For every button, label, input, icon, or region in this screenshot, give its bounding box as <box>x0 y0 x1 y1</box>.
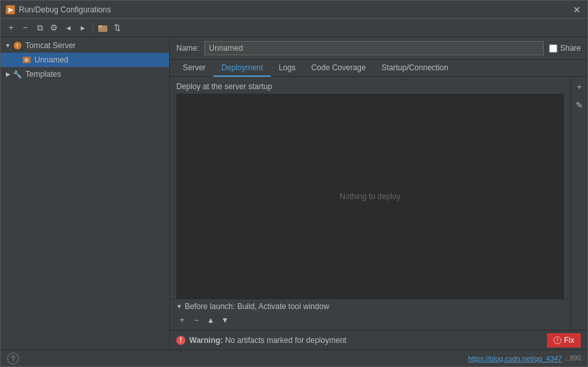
sort-button[interactable]: ⇅ <box>111 21 124 34</box>
unnamed-config-label: Unnamed <box>34 55 68 64</box>
config-icon: ⚙ <box>21 55 32 65</box>
csdn-url[interactable]: https://blog.csdn.net/qq_4347 <box>468 355 562 362</box>
bottom-bar: ? https://blog.csdn.net/qq_4347 ...890 <box>1 349 587 366</box>
warning-bold-text: Warning: <box>189 336 223 345</box>
before-launch-header: ▼ Before launch: Build, Activate tool wi… <box>176 302 564 311</box>
sidebar-item-templates[interactable]: ▶ 🔧 Templates <box>1 67 169 81</box>
templates-label: Templates <box>25 70 61 79</box>
before-launch-up-btn[interactable]: ▲ <box>205 314 217 326</box>
fix-icon: ! <box>554 336 561 344</box>
before-launch-toolbar: + − ▲ ▼ <box>176 313 564 327</box>
svg-text:T: T <box>16 43 19 49</box>
share-label: Share <box>560 44 581 53</box>
svg-text:⚙: ⚙ <box>24 57 29 63</box>
tab-deployment[interactable]: Deployment <box>213 60 271 77</box>
name-row: Name: Share <box>170 37 587 60</box>
name-input[interactable] <box>204 41 544 55</box>
copy-config-button[interactable]: ⧉ <box>33 21 46 34</box>
close-button[interactable]: ✕ <box>572 5 582 15</box>
before-launch-remove-btn[interactable]: − <box>191 314 202 326</box>
add-config-button[interactable]: + <box>5 21 18 34</box>
tree-leaf-spacer <box>12 55 21 64</box>
run-debug-dialog: ▶ Run/Debug Configurations ✕ + − ⧉ ⚙ ◂ ▸… <box>0 0 588 367</box>
tab-startup-connection[interactable]: Startup/Connection <box>373 60 456 77</box>
before-launch-arrow[interactable]: ▼ <box>176 303 182 310</box>
warning-detail-text: No artifacts marked for deployment <box>225 336 347 345</box>
toolbar: + − ⧉ ⚙ ◂ ▸ ⇅ <box>1 19 587 37</box>
fix-button[interactable]: ! Fix <box>547 333 581 347</box>
tab-logs[interactable]: Logs <box>271 60 303 77</box>
fix-label: Fix <box>564 336 574 345</box>
title-bar: ▶ Run/Debug Configurations ✕ <box>1 1 587 19</box>
warning-icon: ! <box>176 336 185 345</box>
main-content: ▼ T Tomcat Server ⚙ Unn <box>1 37 587 349</box>
share-checkbox[interactable] <box>549 44 557 53</box>
sidebar-item-unnamed[interactable]: ⚙ Unnamed <box>1 53 169 67</box>
sidebar: ▼ T Tomcat Server ⚙ Unn <box>1 37 170 349</box>
svg-rect-1 <box>98 25 102 27</box>
help-button[interactable]: ? <box>7 353 19 364</box>
before-launch-label: Before launch: Build, Activate tool wind… <box>185 302 329 311</box>
warning-text: Warning: No artifacts marked for deploym… <box>189 336 543 345</box>
window-icon: ▶ <box>6 5 15 14</box>
settings-button[interactable]: ⚙ <box>47 21 60 34</box>
side-action-bar: + ✎ <box>570 77 587 330</box>
csdn-watermark: ...890 <box>565 355 581 362</box>
folder-button[interactable] <box>96 21 109 34</box>
templates-icon: 🔧 <box>12 69 23 79</box>
before-launch-add-btn[interactable]: + <box>176 314 188 326</box>
tree-expand-arrow: ▼ <box>3 41 12 50</box>
tomcat-icon: T <box>12 40 23 51</box>
deploy-list: Nothing to deploy <box>176 94 564 299</box>
side-edit-button[interactable]: ✎ <box>572 98 587 112</box>
sidebar-item-tomcat-server[interactable]: ▼ T Tomcat Server <box>1 38 169 53</box>
tomcat-server-label: Tomcat Server <box>25 41 75 50</box>
deployment-area: Deploy at the server startup Nothing to … <box>170 77 587 330</box>
deployment-main: Deploy at the server startup Nothing to … <box>170 77 570 330</box>
empty-deploy-message: Nothing to deploy <box>340 192 400 201</box>
window-title: Run/Debug Configurations <box>19 5 572 14</box>
toolbar-separator <box>92 23 93 33</box>
share-checkbox-area: Share <box>549 44 581 53</box>
name-label: Name: <box>176 44 199 53</box>
warning-bar: ! Warning: No artifacts marked for deplo… <box>170 330 587 349</box>
tab-code-coverage[interactable]: Code Coverage <box>303 60 373 77</box>
arrow-left-button[interactable]: ◂ <box>62 21 75 34</box>
remove-config-button[interactable]: − <box>19 21 32 34</box>
before-launch-down-btn[interactable]: ▼ <box>219 314 231 326</box>
deploy-section-label: Deploy at the server startup <box>170 77 570 94</box>
templates-arrow: ▶ <box>3 70 12 79</box>
arrow-right-button[interactable]: ▸ <box>76 21 89 34</box>
tabs-bar: Server Deployment Logs Code Coverage Sta… <box>170 60 587 77</box>
right-panel: Name: Share Server Deployment Logs Code … <box>170 37 587 349</box>
before-launch-section: ▼ Before launch: Build, Activate tool wi… <box>170 299 570 330</box>
tab-server[interactable]: Server <box>175 60 213 77</box>
side-add-button[interactable]: + <box>572 79 587 94</box>
